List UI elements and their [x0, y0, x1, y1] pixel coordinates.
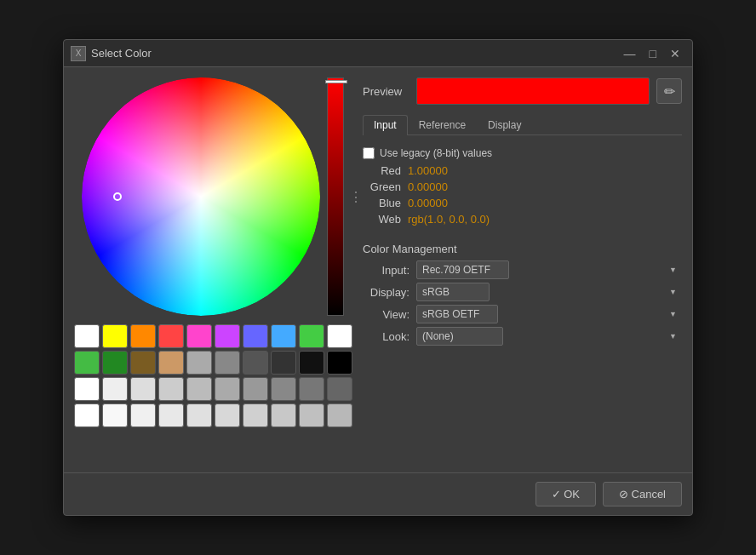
slider-thumb	[325, 80, 347, 83]
swatch[interactable]	[158, 351, 184, 375]
swatches-grid	[74, 324, 352, 427]
swatch[interactable]	[74, 403, 100, 427]
input-cm-row: Input: Rec.709 OETF Linear sRGB	[363, 260, 682, 279]
swatch[interactable]	[74, 324, 100, 348]
swatch[interactable]	[186, 377, 212, 401]
color-picker-area: ⋮	[82, 77, 346, 316]
red-value[interactable]: 1.00000	[408, 164, 448, 177]
input-cm-label: Input:	[363, 264, 410, 277]
green-field-row: Green 0.00000	[363, 180, 682, 193]
view-cm-row: View: sRGB OETF Filmic Standard	[363, 305, 682, 323]
swatch[interactable]	[271, 351, 296, 375]
swatch[interactable]	[215, 403, 240, 427]
legacy-checkbox-label[interactable]: Use legacy (8-bit) values	[380, 147, 492, 159]
swatch[interactable]	[186, 324, 212, 348]
swatch[interactable]	[327, 377, 352, 401]
dialog-body: ⋮ Preview ✏ Input Reference Display	[64, 67, 692, 472]
blue-field-row: Blue 0.00000	[363, 197, 682, 209]
swatch[interactable]	[74, 377, 100, 401]
swatch[interactable]	[243, 377, 268, 401]
value-slider[interactable]	[327, 77, 344, 316]
swatch[interactable]	[243, 351, 268, 375]
left-panel: ⋮	[74, 77, 352, 462]
swatch[interactable]	[186, 351, 212, 375]
green-value[interactable]: 0.00000	[408, 180, 448, 193]
cancel-button[interactable]: ⊘ Cancel	[603, 482, 682, 506]
red-field-row: Red 1.00000	[363, 164, 682, 177]
swatch[interactable]	[102, 403, 128, 427]
titlebar-left: X Select Color	[71, 46, 152, 61]
swatch[interactable]	[327, 324, 352, 348]
swatch[interactable]	[130, 377, 156, 401]
swatch[interactable]	[299, 377, 324, 401]
swatch[interactable]	[130, 351, 156, 375]
look-select-wrapper: (None) Low Contrast High Contrast	[416, 327, 682, 346]
select-color-dialog: X Select Color — □ ✕	[63, 39, 693, 516]
display-select[interactable]: sRGB Display P3 Rec.709	[416, 283, 490, 301]
color-wheel-gradient	[82, 77, 320, 316]
right-panel: Preview ✏ Input Reference Display Use le…	[363, 77, 682, 462]
window-controls: — □ ✕	[619, 45, 685, 62]
swatch[interactable]	[215, 377, 240, 401]
tab-input[interactable]: Input	[363, 115, 408, 135]
swatch[interactable]	[215, 324, 240, 348]
dialog-footer: ✓ OK ⊘ Cancel	[64, 472, 692, 515]
close-button[interactable]: ✕	[665, 45, 685, 62]
look-cm-label: Look:	[363, 330, 410, 343]
legacy-checkbox[interactable]	[363, 147, 375, 159]
swatch[interactable]	[158, 403, 184, 427]
swatch[interactable]	[327, 351, 352, 375]
blue-label: Blue	[363, 197, 401, 209]
web-field-row: Web rgb(1.0, 0.0, 0.0)	[363, 213, 682, 226]
swatch[interactable]	[130, 324, 156, 348]
swatch[interactable]	[215, 351, 240, 375]
swatch[interactable]	[243, 324, 268, 348]
swatch[interactable]	[299, 403, 324, 427]
swatch[interactable]	[102, 377, 128, 401]
view-cm-label: View:	[363, 308, 410, 321]
preview-color-swatch	[416, 77, 650, 105]
swatch[interactable]	[186, 403, 212, 427]
input-select-wrapper: Rec.709 OETF Linear sRGB	[416, 260, 682, 279]
swatch[interactable]	[327, 403, 352, 427]
swatch[interactable]	[271, 403, 296, 427]
color-management-title: Color Management	[363, 243, 682, 255]
color-wheel-white-overlay	[82, 77, 320, 316]
web-label: Web	[363, 213, 401, 226]
web-value[interactable]: rgb(1.0, 0.0, 0.0)	[408, 213, 490, 226]
view-select[interactable]: sRGB OETF Filmic Standard	[416, 305, 498, 323]
swatch[interactable]	[102, 351, 128, 375]
swatch[interactable]	[299, 351, 324, 375]
swatch[interactable]	[130, 403, 156, 427]
swatch[interactable]	[271, 324, 296, 348]
tab-reference[interactable]: Reference	[408, 115, 477, 134]
preview-row: Preview ✏	[363, 77, 682, 105]
app-icon: X	[71, 46, 86, 61]
display-select-wrapper: sRGB Display P3 Rec.709	[416, 283, 682, 301]
swatch[interactable]	[102, 324, 128, 348]
dialog-title: Select Color	[91, 47, 152, 60]
display-cm-label: Display:	[363, 286, 410, 299]
swatch[interactable]	[158, 377, 184, 401]
maximize-button[interactable]: □	[644, 45, 662, 62]
swatch[interactable]	[74, 351, 100, 375]
blue-value[interactable]: 0.00000	[408, 197, 448, 209]
swatch[interactable]	[243, 403, 268, 427]
minimize-button[interactable]: —	[619, 45, 641, 62]
tab-content-input: Use legacy (8-bit) values Red 1.00000 Gr…	[363, 142, 682, 229]
look-select[interactable]: (None) Low Contrast High Contrast	[416, 327, 503, 346]
eyedropper-icon: ✏	[664, 83, 675, 100]
tab-bar: Input Reference Display	[363, 115, 682, 135]
swatch[interactable]	[158, 324, 184, 348]
ok-button[interactable]: ✓ OK	[536, 482, 596, 506]
eyedropper-button[interactable]: ✏	[656, 78, 682, 104]
color-wheel[interactable]	[82, 77, 320, 316]
swatch[interactable]	[271, 377, 296, 401]
display-cm-row: Display: sRGB Display P3 Rec.709	[363, 283, 682, 301]
drag-handle-icon: ⋮	[349, 189, 361, 205]
swatch[interactable]	[299, 324, 324, 348]
red-label: Red	[363, 164, 401, 177]
input-select[interactable]: Rec.709 OETF Linear sRGB	[416, 260, 509, 279]
tab-display[interactable]: Display	[477, 115, 532, 134]
view-select-wrapper: sRGB OETF Filmic Standard	[416, 305, 682, 323]
